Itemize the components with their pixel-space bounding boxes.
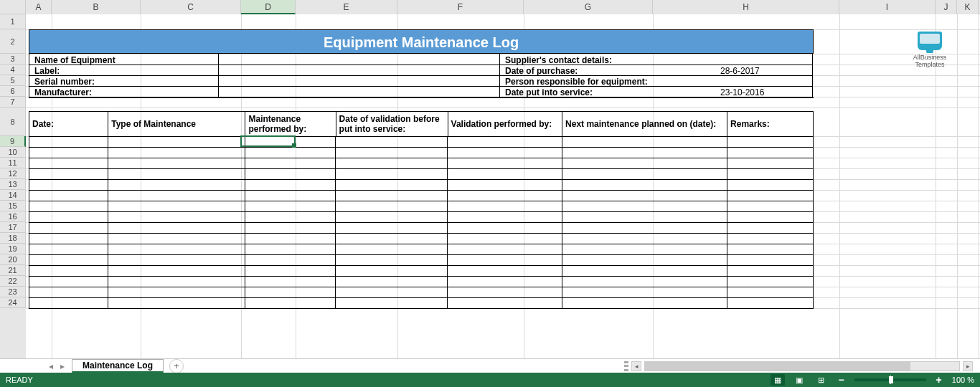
table-cell[interactable]: [336, 266, 448, 276]
table-cell[interactable]: [29, 212, 108, 222]
hscroll-track[interactable]: [644, 361, 960, 371]
table-cell[interactable]: [562, 158, 727, 168]
row-header-8[interactable]: 8: [0, 108, 26, 136]
table-cell[interactable]: [108, 212, 245, 222]
table-cell[interactable]: [108, 287, 245, 297]
row-header-9[interactable]: 9: [0, 136, 26, 147]
spreadsheet-grid[interactable]: Equipment Maintenance Log Name of Equipm…: [26, 14, 980, 358]
table-cell[interactable]: [245, 234, 336, 244]
table-cell[interactable]: [448, 169, 562, 179]
table-cell[interactable]: [245, 298, 336, 308]
table-cell[interactable]: [245, 255, 336, 265]
table-cell[interactable]: [562, 180, 727, 190]
table-cell[interactable]: [727, 244, 813, 254]
hscroll-thumb[interactable]: [645, 362, 910, 371]
table-cell[interactable]: [562, 169, 727, 179]
zoom-slider[interactable]: [854, 378, 926, 381]
col-header-H[interactable]: H: [653, 0, 839, 14]
table-cell[interactable]: [448, 137, 562, 147]
table-cell[interactable]: [336, 287, 448, 297]
table-cell[interactable]: [29, 255, 108, 265]
table-cell[interactable]: [29, 137, 108, 147]
sheet-tab-active[interactable]: Maintenance Log: [72, 359, 164, 373]
table-cell[interactable]: [727, 255, 813, 265]
table-cell[interactable]: [336, 201, 448, 211]
row-header-22[interactable]: 22: [0, 276, 26, 287]
row-header-21[interactable]: 21: [0, 265, 26, 276]
table-cell[interactable]: [108, 191, 245, 201]
table-cell[interactable]: [448, 234, 562, 244]
table-cell[interactable]: [29, 201, 108, 211]
table-cell[interactable]: [29, 180, 108, 190]
table-cell[interactable]: [448, 255, 562, 265]
view-normal-button[interactable]: ▦: [771, 374, 785, 386]
col-header-I[interactable]: I: [839, 0, 936, 14]
row-header-16[interactable]: 16: [0, 211, 26, 222]
table-cell[interactable]: [245, 191, 336, 201]
table-cell[interactable]: [108, 244, 245, 254]
table-cell[interactable]: [336, 180, 448, 190]
table-cell[interactable]: [245, 277, 336, 287]
col-header-E[interactable]: E: [296, 0, 397, 14]
table-cell[interactable]: [29, 244, 108, 254]
table-cell[interactable]: [29, 234, 108, 244]
table-cell[interactable]: [562, 266, 727, 276]
table-cell[interactable]: [448, 191, 562, 201]
table-cell[interactable]: [108, 277, 245, 287]
row-header-3[interactable]: 3: [0, 54, 26, 64]
table-cell[interactable]: [727, 212, 813, 222]
table-cell[interactable]: [727, 191, 813, 201]
row-header-20[interactable]: 20: [0, 254, 26, 265]
table-cell[interactable]: [29, 287, 108, 297]
table-cell[interactable]: [245, 244, 336, 254]
table-cell[interactable]: [562, 212, 727, 222]
table-cell[interactable]: [108, 169, 245, 179]
table-cell[interactable]: [727, 169, 813, 179]
zoom-in-button[interactable]: +: [933, 374, 945, 386]
select-all-corner[interactable]: [0, 0, 26, 14]
col-header-K[interactable]: K: [957, 0, 979, 14]
table-cell[interactable]: [727, 158, 813, 168]
table-cell[interactable]: [29, 298, 108, 308]
table-cell[interactable]: [245, 158, 336, 168]
tab-nav-prev[interactable]: ◂: [46, 361, 56, 371]
table-cell[interactable]: [108, 266, 245, 276]
table-cell[interactable]: [448, 201, 562, 211]
row-header-19[interactable]: 19: [0, 244, 26, 254]
row-header-5[interactable]: 5: [0, 75, 26, 86]
table-cell[interactable]: [448, 212, 562, 222]
table-cell[interactable]: [108, 158, 245, 168]
hscroll-right[interactable]: ▸: [963, 361, 973, 371]
table-cell[interactable]: [562, 287, 727, 297]
table-cell[interactable]: [336, 169, 448, 179]
table-cell[interactable]: [727, 201, 813, 211]
table-cell[interactable]: [448, 298, 562, 308]
table-cell[interactable]: [727, 137, 813, 147]
table-cell[interactable]: [29, 169, 108, 179]
table-cell[interactable]: [29, 277, 108, 287]
view-page-layout-button[interactable]: ▣: [792, 374, 806, 386]
table-cell[interactable]: [562, 255, 727, 265]
table-cell[interactable]: [108, 180, 245, 190]
zoom-out-button[interactable]: −: [835, 374, 847, 386]
table-cell[interactable]: [245, 180, 336, 190]
table-cell[interactable]: [29, 191, 108, 201]
table-cell[interactable]: [448, 277, 562, 287]
col-header-F[interactable]: F: [397, 0, 524, 14]
row-header-24[interactable]: 24: [0, 297, 26, 308]
col-header-B[interactable]: B: [52, 0, 141, 14]
table-cell[interactable]: [562, 234, 727, 244]
table-cell[interactable]: [336, 255, 448, 265]
table-cell[interactable]: [562, 298, 727, 308]
table-cell[interactable]: [562, 277, 727, 287]
row-header-12[interactable]: 12: [0, 168, 26, 179]
table-cell[interactable]: [29, 223, 108, 233]
table-cell[interactable]: [245, 137, 336, 147]
hscroll-left[interactable]: ◂: [631, 361, 641, 371]
table-cell[interactable]: [245, 169, 336, 179]
table-cell[interactable]: [336, 277, 448, 287]
table-cell[interactable]: [108, 137, 245, 147]
table-cell[interactable]: [108, 298, 245, 308]
col-header-D[interactable]: D: [241, 0, 296, 14]
table-cell[interactable]: [562, 148, 727, 158]
